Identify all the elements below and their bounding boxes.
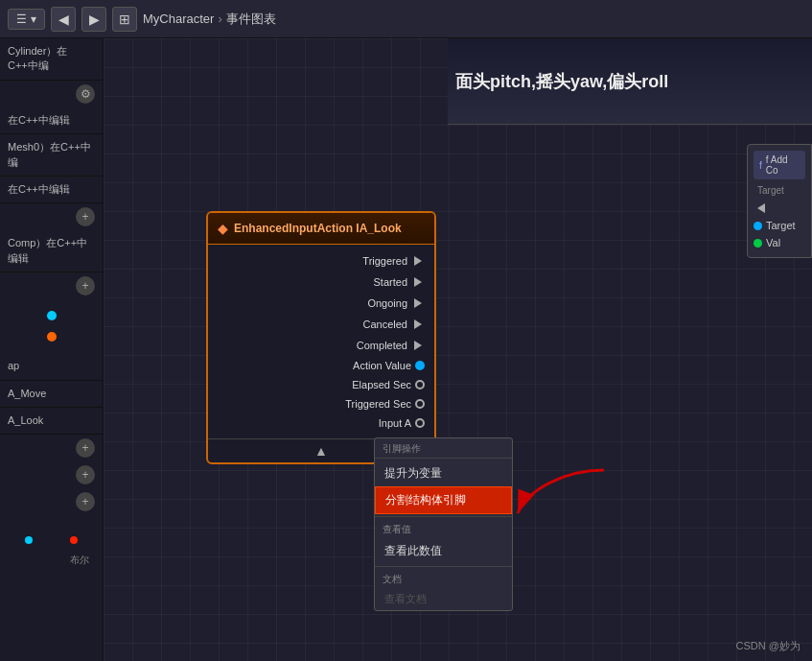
pin-triggered-sec[interactable]: Triggered Sec <box>208 394 434 413</box>
context-menu: 引脚操作 提升为变量 分割结构体引脚 查看值 查看此数值 文档 查看文档 <box>374 437 513 611</box>
dot-cyan <box>47 311 57 320</box>
dot-red <box>70 536 78 544</box>
right-panel-pin-target: Target <box>754 217 805 234</box>
context-section-label: 引脚操作 <box>375 438 512 459</box>
sidebar-item-cpp1[interactable]: 在C++中编辑 <box>0 107 103 134</box>
node-body: Triggered Started Ongoing Canceled <box>208 245 434 438</box>
pin-triggered-arrow <box>411 254 425 268</box>
blueprint-node: ◆ EnhancedInputAction IA_Look Triggered … <box>206 211 436 464</box>
pin-completed-label: Completed <box>357 340 407 351</box>
right-panel-pin-val: Val <box>754 234 805 251</box>
back-button[interactable]: ◀ <box>51 7 76 32</box>
grid-button[interactable]: ⊞ <box>112 7 137 32</box>
back-icon: ◀ <box>58 12 69 27</box>
dropdown-arrow: ▾ <box>31 12 36 26</box>
breadcrumb: MyCharacter › 事件图表 <box>143 11 276 28</box>
pin-started[interactable]: Started <box>208 271 434 293</box>
pin-action-value-label: Action Value <box>353 360 411 371</box>
watermark: CSDN @妙为 <box>736 639 800 653</box>
pin-completed-arrow <box>411 339 425 352</box>
right-panel-title: f Add Co <box>766 154 800 176</box>
pin-elapsed-circle <box>415 380 425 390</box>
exec-in-arrow <box>757 203 765 213</box>
forward-button[interactable]: ▶ <box>81 7 106 32</box>
grid-icon: ⊞ <box>119 12 130 27</box>
sidebar-add-icon-4[interactable]: + <box>76 465 95 484</box>
context-item-split[interactable]: 分割结构体引脚 <box>375 486 512 514</box>
context-section2: 查看值 <box>375 519 512 538</box>
pin-ongoing[interactable]: Ongoing <box>208 293 434 314</box>
pin-triggered-sec-circle <box>415 399 425 409</box>
node-header-title: EnhancedInputAction IA_Look <box>234 222 402 235</box>
pin-started-label: Started <box>374 276 407 288</box>
sidebar-label-bool: 布尔 <box>8 552 95 569</box>
menu-icon: ☰ <box>16 12 27 26</box>
pin-input-a-circle <box>415 418 425 428</box>
pin-elapsed-label: Elapsed Sec <box>352 379 411 390</box>
pin-target-circle <box>754 222 762 230</box>
pin-completed[interactable]: Completed <box>208 335 434 356</box>
pin-val-circle <box>754 239 762 248</box>
node-header-icon: ◆ <box>218 221 228 236</box>
pin-elapsed[interactable]: Elapsed Sec <box>208 375 434 394</box>
sidebar-add-icon-1[interactable]: + <box>76 207 95 226</box>
pin-val-label: Val <box>766 237 780 248</box>
context-item-view-value[interactable]: 查看此数值 <box>375 538 512 564</box>
sidebar-item-amove[interactable]: A_Move <box>0 381 103 408</box>
dot-orange <box>47 332 57 342</box>
pin-started-arrow <box>411 275 425 289</box>
top-right-panel: 面头pitch,摇头yaw,偏头roll <box>448 38 812 125</box>
sidebar-item-alook[interactable]: A_Look <box>0 408 103 435</box>
sidebar-item-cpp2[interactable]: 在C++中编辑 <box>0 177 103 203</box>
sidebar-item-cylinder[interactable]: Cylinder）在C++中编 <box>0 38 103 81</box>
pin-action-value[interactable]: Action Value <box>208 356 434 375</box>
red-arrow <box>508 460 623 528</box>
sidebar-item-comp[interactable]: Comp）在C++中编辑 <box>0 230 103 272</box>
context-item-promote[interactable]: 提升为变量 <box>375 460 512 486</box>
pin-action-value-circle <box>415 361 425 370</box>
pin-ongoing-arrow <box>411 296 425 310</box>
pin-canceled[interactable]: Canceled <box>208 314 434 335</box>
pin-ongoing-label: Ongoing <box>367 297 407 309</box>
pin-input-a[interactable]: Input A <box>208 413 434 433</box>
left-sidebar: Cylinder）在C++中编 ⚙ 在C++中编辑 Mesh0）在C++中编 在… <box>0 38 104 661</box>
sidebar-add-icon-3[interactable]: + <box>76 438 95 458</box>
context-section3: 文档 <box>375 569 512 588</box>
pin-canceled-label: Canceled <box>363 319 407 330</box>
context-divider-2 <box>375 566 512 567</box>
menu-button[interactable]: ☰ ▾ <box>8 9 45 30</box>
top-right-text: 面头pitch,摇头yaw,偏头roll <box>455 70 668 93</box>
pin-canceled-arrow <box>411 318 425 331</box>
toolbar: ☰ ▾ ◀ ▶ ⊞ MyCharacter › 事件图表 <box>0 0 812 38</box>
node-header: ◆ EnhancedInputAction IA_Look <box>208 213 434 245</box>
right-panel-header: f f Add Co <box>754 151 805 179</box>
sidebar-item-mesh[interactable]: Mesh0）在C++中编 <box>0 134 103 177</box>
sidebar-settings-icon-1[interactable]: ⚙ <box>76 84 95 104</box>
right-panel: f f Add Co Target Target Val <box>747 144 812 258</box>
context-item-view-doc: 查看文档 <box>375 588 512 610</box>
pin-triggered-sec-label: Triggered Sec <box>345 398 411 410</box>
context-divider-1 <box>375 516 512 517</box>
pin-triggered[interactable]: Triggered <box>208 250 434 271</box>
sidebar-add-icon-2[interactable]: + <box>76 276 95 295</box>
forward-icon: ▶ <box>89 12 100 27</box>
breadcrumb-separator: › <box>218 12 221 26</box>
node-expand-button[interactable]: ▲ <box>314 443 328 459</box>
pin-target-label: Target <box>766 220 796 231</box>
breadcrumb-page[interactable]: 事件图表 <box>226 11 276 28</box>
breadcrumb-app[interactable]: MyCharacter <box>143 12 214 26</box>
sidebar-add-icon-5[interactable]: + <box>76 492 95 511</box>
sidebar-item-ap[interactable]: ap <box>0 353 103 380</box>
right-panel-func-icon: f <box>759 160 762 171</box>
pin-triggered-label: Triggered <box>362 255 407 267</box>
dot-cyan-2 <box>25 536 33 544</box>
pin-input-a-label: Input A <box>379 417 411 429</box>
right-panel-sub: Target <box>754 185 805 200</box>
